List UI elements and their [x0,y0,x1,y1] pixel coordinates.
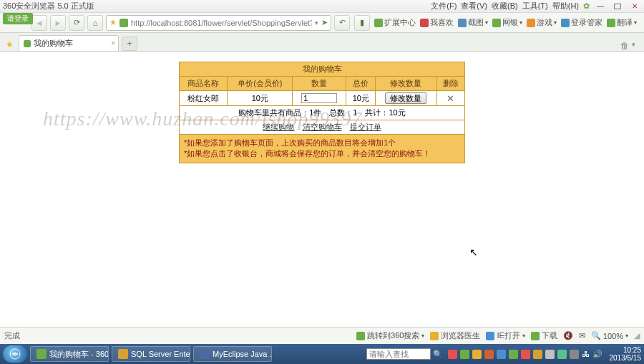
undo-button[interactable]: ↶ [334,15,350,31]
page-content: https://www.huzhan.com/ishop99397 ↖ 我的购物… [0,52,644,332]
cart-row: 粉红女郎 10元 10元 修改数量 ✕ [180,91,465,106]
status-bar: 完成 跳转到360搜索▾ 浏览器医生 IE打开▾ 下载 🔇 ✉ 🔍 100%▾ … [0,327,644,344]
browser-toolbar: ◄ ► ⟳ ⌂ ★ ▾ ➤ ↶ ▮ 扩展中心 我喜欢 截图▾ 网银▾ 游戏▾ 登… [0,13,644,33]
cell-modify: 修改数量 [376,91,436,106]
tray-icon[interactable] [509,350,518,359]
tray-icon[interactable] [521,350,530,359]
window-max-button[interactable] [611,1,624,11]
cell-name: 粉红女郎 [180,91,228,106]
windows-taskbar: 我的购物车 - 360... SQL Server Ente... MyEcli… [0,344,644,364]
cell-total: 10元 [346,91,376,106]
notice-line-1: *如果您添加了购物车页面，上次购买的商品数目将会增加1个 [184,138,460,148]
new-tab-button[interactable]: + [122,37,137,51]
forward-button[interactable]: ► [50,15,66,31]
qty-input[interactable] [301,93,337,103]
window-titlebar: 360安全浏览器 5.0 正式版 文件(F) 查看(V) 收藏(B) 工具(T)… [0,0,644,13]
cart-summary: 购物车里共有商品：1件 总数：1 共计：10元 [180,106,465,120]
back-button[interactable]: ◄ [31,15,47,31]
cell-qty [293,91,346,106]
modify-button[interactable]: 修改数量 [385,92,426,104]
delete-button[interactable]: ✕ [447,93,454,104]
status-mute-icon[interactable]: 🔇 [563,331,573,340]
tray-icon[interactable] [484,350,494,359]
window-title: 360安全浏览器 5.0 正式版 [3,1,94,11]
taskbar-search[interactable]: 🔍 [366,348,443,360]
taskbar-search-input[interactable] [366,348,431,360]
bookmark-icon[interactable]: ★ [3,38,16,51]
tray-icon[interactable] [533,350,542,359]
tab-close-button[interactable]: × [111,39,115,47]
tray-icon[interactable] [460,350,469,359]
cart-caption: 我的购物车 [180,62,465,77]
tray-icon[interactable] [545,350,555,359]
tray-icon[interactable] [448,350,457,359]
status-text: 完成 [4,330,20,341]
clear-link[interactable]: 清空购物车 [303,123,342,131]
col-modify: 修改数量 [376,77,436,91]
ext-like[interactable]: 我喜欢 [420,17,454,28]
cart-table: 我的购物车 商品名称 单价(会员价) 数量 总价 修改数量 删除 粉红女郎 10… [179,62,465,135]
submit-link[interactable]: 提交订单 [350,123,381,131]
taskbar-item-myeclipse[interactable]: MyEclipse Java ... [193,346,272,362]
tab-favicon [24,40,31,47]
dropdown-icon[interactable]: ▾ [315,19,318,27]
system-tray: 🖧 🔊 [448,350,605,359]
ext-screenshot[interactable]: 截图▾ [458,17,488,28]
cell-price: 10元 [228,91,293,106]
site-icon [119,19,128,27]
reload-button[interactable]: ⟳ [69,15,84,31]
window-close-button[interactable] [628,1,641,11]
url-input[interactable] [131,19,312,27]
tab-menu-icon[interactable]: ▾ [632,41,635,51]
window-min-button[interactable] [594,1,607,11]
notice-line-2: *如果您点击了收银台，商城将会保存您的订单，并会清空您的购物车！ [184,148,460,159]
menu-tools[interactable]: 工具(T) [522,1,548,11]
tray-icon[interactable] [557,350,567,359]
taskbar-item-sqlserver[interactable]: SQL Server Ente... [112,346,190,362]
taskbar-item-browser[interactable]: 我的购物车 - 360... [30,346,109,362]
tray-icon[interactable] [570,350,579,359]
tab-cart[interactable]: 我的购物车 × [19,35,119,51]
status-doctor[interactable]: 浏览器医生 [430,330,480,341]
continue-link[interactable]: 继续购物 [263,123,294,131]
recycle-icon[interactable]: 🗑 [620,41,629,51]
cell-delete: ✕ [436,91,464,106]
col-delete: 删除 [436,77,464,91]
status-resize-icon[interactable]: ◢ [634,331,640,340]
cart-notice: *如果您添加了购物车页面，上次购买的商品数目将会增加1个 *如果您点击了收银台，… [179,135,465,163]
start-button[interactable] [3,345,27,363]
ext-bank[interactable]: 网银▾ [492,17,522,28]
status-download[interactable]: 下载 [531,330,557,341]
status-switch[interactable]: 跳转到360搜索▾ [356,330,424,341]
address-bar[interactable]: ★ ▾ ➤ [106,15,331,31]
ext-translate[interactable]: 翻译▾ [607,17,637,28]
menu-file[interactable]: 文件(F) [431,1,457,11]
ext-login[interactable]: 登录管家 [561,17,602,28]
col-qty: 数量 [293,77,346,91]
tray-volume-icon[interactable]: 🔊 [592,350,602,359]
menu-fav[interactable]: 收藏(B) [492,1,518,11]
status-zoom[interactable]: 🔍 100%▾ [591,331,628,340]
taskbar-clock[interactable]: 10:25 2013/6/15 [610,346,642,362]
tray-icon[interactable] [472,350,482,359]
stop-button[interactable]: ▮ [354,15,370,31]
tab-bar: ★ 我的购物车 × + 🗑 ▾ [0,33,644,52]
menu-help[interactable]: 帮助(H) [552,1,579,11]
ext-center[interactable]: 扩展中心 [374,17,416,28]
col-name: 商品名称 [180,77,228,91]
ext-game[interactable]: 游戏▾ [527,17,557,28]
tray-network-icon[interactable]: 🖧 [582,350,590,358]
status-mail-icon[interactable]: ✉ [579,331,585,340]
star-icon[interactable]: ★ [109,18,117,27]
tab-title: 我的购物车 [34,38,73,49]
col-price: 单价(会员价) [228,77,293,91]
home-button[interactable]: ⌂ [87,15,103,31]
search-badge[interactable]: 请登录 [3,13,33,24]
cursor-icon: ↖ [469,246,478,258]
status-ie[interactable]: IE打开▾ [486,330,525,341]
col-total: 总价 [346,77,376,91]
go-icon[interactable]: ➤ [321,18,328,27]
menu-view[interactable]: 查看(V) [461,1,487,11]
tray-icon[interactable] [497,350,506,359]
cart-actions: 继续购物 清空购物车 提交订单 [180,120,465,135]
